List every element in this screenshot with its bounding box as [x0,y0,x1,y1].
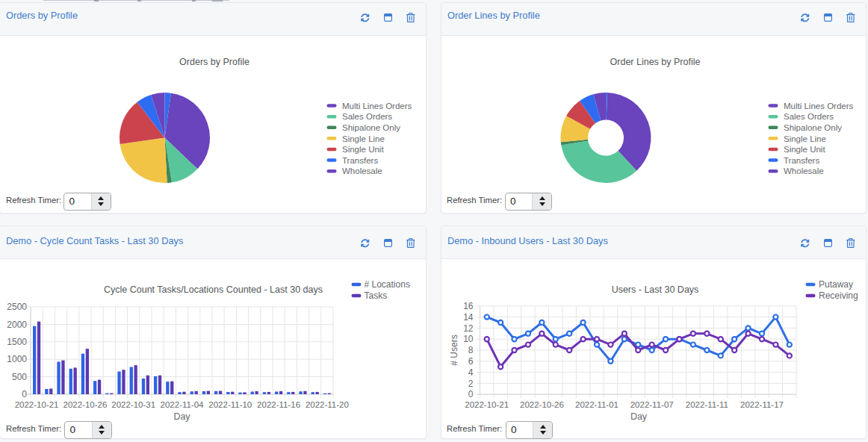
svg-text:Tasks: Tasks [365,290,388,301]
svg-text:Single Unit: Single Unit [342,145,384,154]
svg-text:2022-10-21: 2022-10-21 [15,400,59,409]
svg-text:6: 6 [468,356,474,367]
svg-text:Wholesale: Wholesale [342,166,382,175]
svg-text:Cycle Count Tasks/Locations Co: Cycle Count Tasks/Locations Counted - La… [104,284,323,295]
svg-text:2022-11-16: 2022-11-16 [257,400,300,409]
svg-text:2022-11-04: 2022-11-04 [161,400,205,409]
svg-text:2: 2 [468,379,474,389]
svg-text:Day: Day [630,411,648,422]
svg-text:# Locations: # Locations [365,279,410,290]
svg-text:2022-11-01: 2022-11-01 [575,400,619,409]
svg-text:Multi Lines Orders: Multi Lines Orders [342,102,412,110]
svg-text:Transfers: Transfers [342,156,378,165]
svg-text:Shipalone Only: Shipalone Only [784,123,842,132]
svg-text:Users - Last 30 Days: Users - Last 30 Days [612,284,699,295]
svg-text:Sales Orders: Sales Orders [342,112,392,121]
svg-text:Receiving: Receiving [819,290,858,301]
svg-text:Single Line: Single Line [342,134,385,143]
svg-text:2022-11-07: 2022-11-07 [630,400,674,409]
svg-text:Putaway: Putaway [819,279,853,290]
svg-text:Transfers: Transfers [784,156,819,165]
svg-text:2022-10-26: 2022-10-26 [63,400,107,409]
svg-text:2500: 2500 [7,302,27,312]
svg-text:2022-10-31: 2022-10-31 [111,400,155,409]
svg-text:Orders by Profile: Orders by Profile [179,57,249,67]
svg-text:2022-11-20: 2022-11-20 [306,400,349,409]
svg-text:Wholesale: Wholesale [784,166,824,175]
svg-text:1000: 1000 [7,354,27,364]
svg-text:2022-11-17: 2022-11-17 [740,400,784,409]
svg-text:Single Unit: Single Unit [784,145,825,154]
svg-text:2022-10-21: 2022-10-21 [465,400,509,409]
svg-text:14: 14 [463,312,474,323]
svg-text:16: 16 [463,301,474,311]
svg-text:Order Lines by Profile: Order Lines by Profile [610,57,701,67]
svg-text:Day: Day [173,411,190,422]
svg-text:2022-11-10: 2022-11-10 [208,400,252,409]
svg-text:1500: 1500 [7,337,27,347]
svg-text:8: 8 [468,345,474,355]
svg-text:2022-10-26: 2022-10-26 [520,400,564,409]
svg-text:Multi Lines Orders: Multi Lines Orders [784,102,854,110]
svg-text:500: 500 [12,372,27,382]
svg-text:4: 4 [468,367,474,378]
svg-text:12: 12 [463,323,474,334]
svg-text:2000: 2000 [7,320,27,330]
svg-text:10: 10 [463,334,474,344]
svg-text:Shipalone Only: Shipalone Only [342,123,400,132]
svg-text:# Users: # Users [449,334,459,365]
svg-text:Single Line: Single Line [784,134,826,143]
svg-text:2022-11-11: 2022-11-11 [686,400,728,409]
svg-text:Sales Orders: Sales Orders [784,112,834,121]
svg-text:0: 0 [468,389,474,399]
svg-text:0: 0 [22,389,27,399]
